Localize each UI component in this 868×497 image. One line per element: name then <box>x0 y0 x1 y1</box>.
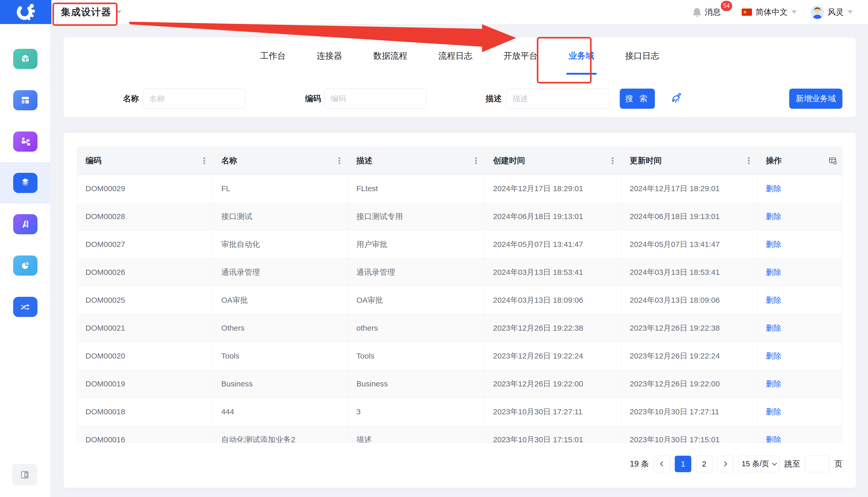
page-unit-label: 页 <box>835 458 842 469</box>
delete-link[interactable]: 删除 <box>766 240 781 248</box>
chevron-left-icon <box>660 462 665 467</box>
business-domain-table: 编码⋮ 名称⋮ 描述⋮ 创建时间⋮ 更新时间⋮ 操作 <box>77 147 842 443</box>
cell-name: 自动化测试添加业务2 <box>213 426 348 443</box>
column-settings-icon[interactable] <box>829 157 837 165</box>
logo-icon <box>15 2 37 23</box>
cell-desc: 接口测试专用 <box>348 202 485 230</box>
code-filter-input[interactable] <box>324 89 427 109</box>
delete-link[interactable]: 删除 <box>766 324 781 332</box>
sidebar-item-shuffle[interactable] <box>0 286 51 328</box>
name-filter-label: 名称 <box>123 89 139 109</box>
cell-name: Business <box>213 370 348 398</box>
column-menu-icon[interactable]: ⋮ <box>608 156 617 165</box>
page-title: 集成设计器 <box>61 6 111 18</box>
tab-4[interactable]: 开放平台 <box>503 38 538 75</box>
user-menu[interactable]: 风灵 <box>811 5 853 19</box>
page-button-1[interactable]: 1 <box>675 456 691 472</box>
cell-code: DOM00019 <box>77 370 213 398</box>
app-logo[interactable] <box>0 0 52 24</box>
cell-updated: 2024年03月13日 18:53:41 <box>621 258 757 286</box>
tabs-filter-card: 工作台连接器数据流程流程日志开放平台业务域接口日志 名称 编码 描述 搜 索 新… <box>63 38 856 117</box>
table-row: DOM00025OA审批OA审批2024年03月13日 18:09:062024… <box>77 286 842 314</box>
column-header-created: 创建时间⋮ <box>485 147 621 175</box>
column-menu-icon[interactable]: ⋮ <box>335 156 344 165</box>
column-header-actions: 操作 <box>757 147 842 175</box>
cell-name: 审批自动化 <box>213 230 348 258</box>
cell-actions: 删除 <box>757 342 842 370</box>
cell-actions: 删除 <box>757 286 842 314</box>
prev-page-button[interactable] <box>654 456 670 472</box>
jump-page-input[interactable] <box>805 456 830 472</box>
language-label: 简体中文 <box>756 7 788 17</box>
delete-link[interactable]: 删除 <box>766 380 781 388</box>
chevron-right-icon <box>722 462 727 467</box>
tab-0[interactable]: 工作台 <box>260 38 286 75</box>
cell-created: 2023年12月26日 19:22:38 <box>485 314 621 342</box>
search-button[interactable]: 搜 索 <box>620 89 655 109</box>
sidebar-item-layout[interactable] <box>0 80 51 121</box>
cell-code: DOM00016 <box>77 426 213 443</box>
divider <box>735 7 735 17</box>
delete-link[interactable]: 删除 <box>766 184 781 193</box>
chevron-down-icon <box>847 10 853 14</box>
cell-created: 2023年12月26日 19:22:00 <box>485 370 621 398</box>
sidebar-item-cube[interactable] <box>0 38 51 80</box>
column-menu-icon[interactable]: ⋮ <box>472 156 481 165</box>
cell-desc: Business <box>348 370 485 398</box>
cell-created: 2024年03月13日 18:53:41 <box>485 258 621 286</box>
avatar <box>811 5 824 19</box>
cell-code: DOM00021 <box>77 314 213 342</box>
sidebar-item-layers-active[interactable] <box>0 162 51 203</box>
workflow-icon <box>13 131 38 152</box>
add-business-domain-button[interactable]: 新增业务域 <box>789 89 842 109</box>
cell-created: 2024年12月17日 18:29:01 <box>485 175 621 202</box>
layout-icon <box>13 90 38 110</box>
column-menu-icon[interactable]: ⋮ <box>744 156 753 165</box>
table-row: DOM00016自动化测试添加业务2描述2023年10月30日 17:15:01… <box>77 426 842 443</box>
delete-link[interactable]: 删除 <box>766 435 781 443</box>
desc-filter-input[interactable] <box>506 89 608 109</box>
tab-3[interactable]: 流程日志 <box>438 38 472 75</box>
app-switcher[interactable]: 集成设计器 <box>61 0 122 24</box>
pie-chart-icon <box>13 255 38 275</box>
cell-updated: 2023年10月30日 17:27:11 <box>621 398 757 426</box>
sidebar-item-pie[interactable] <box>0 245 51 286</box>
clear-filters-button[interactable] <box>671 92 686 106</box>
sidebar-item-ai[interactable] <box>0 203 51 245</box>
delete-link[interactable]: 删除 <box>766 212 781 221</box>
tab-6[interactable]: 接口日志 <box>625 38 659 75</box>
cell-name: OA审批 <box>213 286 348 314</box>
total-count: 19 条 <box>630 458 649 469</box>
collapse-sidebar-button[interactable] <box>12 464 37 485</box>
delete-link[interactable]: 删除 <box>766 407 781 416</box>
messages-button[interactable]: 消息 54 <box>692 7 728 17</box>
cell-desc: 描述 <box>348 426 485 443</box>
cell-desc: FLtest <box>348 175 485 202</box>
delete-link[interactable]: 删除 <box>766 352 781 360</box>
cell-updated: 2024年03月13日 18:09:06 <box>621 286 757 314</box>
table-row: DOM00027审批自动化用户审批2024年05月07日 13:41:47202… <box>77 230 842 258</box>
delete-link[interactable]: 删除 <box>766 268 781 276</box>
language-selector[interactable]: ★ 简体中文 <box>742 7 797 17</box>
next-page-button[interactable] <box>717 456 734 472</box>
sidebar <box>0 24 51 497</box>
delete-link[interactable]: 删除 <box>766 296 781 304</box>
tab-2[interactable]: 数据流程 <box>373 38 408 75</box>
tab-5[interactable]: 业务域 <box>569 38 594 75</box>
table-row: DOM00028接口测试接口测试专用2024年06月18日 19:13:0120… <box>77 202 842 230</box>
name-filter-input[interactable] <box>143 89 245 109</box>
table-header-row: 编码⋮ 名称⋮ 描述⋮ 创建时间⋮ 更新时间⋮ 操作 <box>77 147 842 175</box>
cell-desc: Tools <box>348 342 485 370</box>
sidebar-item-workflow[interactable] <box>0 121 51 162</box>
page-size-select[interactable]: 15 条/页 <box>738 456 780 472</box>
cell-updated: 2023年12月26日 19:22:38 <box>621 314 757 342</box>
cell-actions: 删除 <box>757 175 842 202</box>
cell-created: 2024年03月13日 18:09:06 <box>485 286 621 314</box>
table-row: DOM00019BusinessBusiness2023年12月26日 19:2… <box>77 370 842 398</box>
messages-label: 消息 <box>705 7 721 17</box>
tab-1[interactable]: 连接器 <box>317 38 342 75</box>
column-header-name: 名称⋮ <box>213 147 348 175</box>
column-menu-icon[interactable]: ⋮ <box>200 156 209 165</box>
page-button-2[interactable]: 2 <box>696 456 712 472</box>
table-card: 编码⋮ 名称⋮ 描述⋮ 创建时间⋮ 更新时间⋮ 操作 <box>63 133 856 488</box>
